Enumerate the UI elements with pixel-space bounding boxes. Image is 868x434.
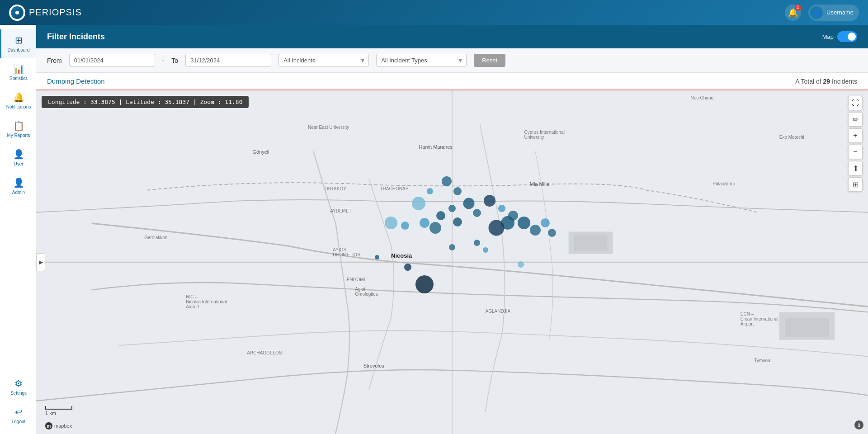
- incident-bubble[interactable]: [436, 211, 445, 220]
- incident-bubble[interactable]: [420, 218, 429, 228]
- incident-bubble[interactable]: [548, 229, 556, 237]
- logout-icon: ↩: [15, 406, 23, 417]
- incident-bubble[interactable]: [429, 222, 441, 234]
- incident-bubble[interactable]: [449, 244, 455, 250]
- reset-button[interactable]: Reset: [474, 54, 505, 67]
- incident-bubble[interactable]: [401, 222, 409, 230]
- user-name: Username: [826, 9, 854, 16]
- map-toggle-switch[interactable]: [837, 31, 857, 42]
- sub-filter-row: Dumping Detection A Total of 29 Incident…: [36, 73, 868, 90]
- sidebar-item-my-reports[interactable]: 📋 My Reports: [0, 115, 36, 143]
- user-icon: 👤: [13, 149, 24, 160]
- incident-bubble[interactable]: [415, 275, 434, 293]
- incident-bubble[interactable]: [385, 217, 397, 229]
- filter-row: From - To All Incidents ▼ All Incident T…: [36, 48, 868, 73]
- my-reports-icon: 📋: [13, 120, 24, 131]
- map-toggle: Map: [822, 31, 857, 42]
- to-date-input[interactable]: [185, 54, 271, 67]
- sidebar-item-user[interactable]: 👤 User: [0, 143, 36, 172]
- to-label: To: [171, 57, 178, 64]
- sidebar-item-dashboard[interactable]: ⊞ Dashboard: [0, 29, 36, 58]
- incident-bubble[interactable]: [448, 205, 456, 212]
- svg-rect-4: [574, 235, 608, 251]
- map-background: [36, 90, 868, 434]
- incident-count-number: 29: [823, 78, 830, 85]
- coordinate-display: Longitude : 33.3875 | Latitude : 35.1837…: [42, 96, 249, 108]
- notifications-icon: 🔔: [13, 92, 24, 103]
- sidebar-label-logout: Logout: [12, 419, 26, 424]
- notification-badge: 1: [795, 5, 801, 11]
- topbar: PERIOPSIS 🔔 1 👤 Username: [0, 0, 868, 25]
- scale-bar: 1 km: [45, 406, 72, 416]
- map-controls: ⛶ ✏ + − ⬆ ⊞: [848, 96, 863, 192]
- logo-icon: [9, 5, 25, 21]
- incident-bubble[interactable]: [518, 217, 530, 229]
- zoom-out-button[interactable]: −: [848, 145, 863, 159]
- sidebar-item-notifications[interactable]: 🔔 Notifications: [0, 86, 36, 115]
- app-name: PERIOPSIS: [29, 7, 82, 18]
- incident-bubble[interactable]: [483, 247, 488, 253]
- filter-bar: Filter Incidents Map: [36, 25, 868, 48]
- incident-bubble[interactable]: [473, 209, 481, 217]
- sidebar-label-notifications: Notifications: [6, 104, 31, 109]
- incident-bubble[interactable]: [530, 225, 541, 236]
- incident-types-select-wrapper: All Incident Types ▼: [376, 54, 467, 67]
- sidebar-label-admin: Admin: [12, 190, 25, 195]
- map-info-button[interactable]: ℹ: [854, 420, 863, 429]
- fullscreen-button[interactable]: ⛶: [848, 96, 863, 110]
- statistics-icon: 📊: [13, 63, 24, 74]
- incident-bubble[interactable]: [427, 188, 433, 194]
- sidebar-item-admin[interactable]: 👤 Admin: [0, 172, 36, 200]
- map-container[interactable]: Longitude : 33.3875 | Latitude : 35.1837…: [36, 90, 868, 434]
- layers-button[interactable]: ⊞: [848, 177, 863, 192]
- svg-rect-6: [785, 318, 829, 337]
- sidebar-label-user: User: [14, 161, 23, 166]
- incident-bubble[interactable]: [404, 264, 411, 271]
- incidents-select-wrapper: All Incidents ▼: [278, 54, 369, 67]
- admin-icon: 👤: [13, 177, 24, 188]
- logo: PERIOPSIS: [9, 5, 82, 21]
- incident-bubble[interactable]: [412, 197, 425, 210]
- incident-bubble[interactable]: [484, 195, 495, 207]
- filter-title: Filter Incidents: [47, 32, 105, 42]
- incident-bubble[interactable]: [442, 176, 452, 186]
- date-separator: -: [162, 57, 165, 64]
- sidebar-label-dashboard: Dashboard: [8, 47, 30, 52]
- reset-bearing-button[interactable]: ⬆: [848, 161, 863, 175]
- from-label: From: [47, 57, 62, 64]
- incidents-select[interactable]: All Incidents: [278, 54, 369, 67]
- panel-toggle-button[interactable]: ▶: [36, 253, 45, 271]
- user-menu-button[interactable]: 👤 Username: [808, 5, 859, 21]
- incident-bubble[interactable]: [541, 218, 550, 227]
- incident-count: A Total of 29 Incidents: [795, 78, 857, 85]
- sidebar-item-settings[interactable]: ⚙ Settings: [0, 373, 36, 401]
- incident-bubble[interactable]: [498, 205, 505, 212]
- topbar-right: 🔔 1 👤 Username: [785, 5, 859, 21]
- incident-bubble[interactable]: [453, 187, 462, 195]
- sub-filter-title: Dumping Detection: [47, 77, 105, 85]
- from-date-input[interactable]: [69, 54, 155, 67]
- edit-button[interactable]: ✏: [848, 112, 863, 127]
- sidebar-label-settings: Settings: [10, 391, 27, 396]
- zoom-in-button[interactable]: +: [848, 128, 863, 143]
- sidebar-label-my-reports: My Reports: [7, 133, 30, 138]
- main-layout: ⊞ Dashboard 📊 Statistics 🔔 Notifications…: [0, 25, 868, 434]
- sidebar-label-statistics: Statistics: [9, 76, 28, 81]
- sidebar: ⊞ Dashboard 📊 Statistics 🔔 Notifications…: [0, 25, 36, 434]
- content-area: Filter Incidents Map From - To All Incid…: [36, 25, 868, 434]
- incident-bubble[interactable]: [474, 240, 480, 246]
- dashboard-icon: ⊞: [15, 35, 23, 46]
- map-toggle-label: Map: [822, 33, 834, 40]
- notification-button[interactable]: 🔔 1: [785, 5, 801, 21]
- sidebar-item-logout[interactable]: ↩ Logout: [0, 401, 36, 429]
- sidebar-item-statistics[interactable]: 📊 Statistics: [0, 58, 36, 86]
- incident-bubble[interactable]: [463, 198, 474, 209]
- incident-bubble[interactable]: [518, 261, 524, 268]
- user-avatar: 👤: [810, 6, 823, 19]
- incident-types-select[interactable]: All Incident Types: [376, 54, 467, 67]
- settings-icon: ⚙: [14, 378, 23, 389]
- incident-bubble[interactable]: [489, 220, 505, 236]
- scale-label: 1 km: [45, 410, 56, 416]
- incident-bubble[interactable]: [453, 217, 462, 226]
- incident-bubble[interactable]: [375, 255, 379, 259]
